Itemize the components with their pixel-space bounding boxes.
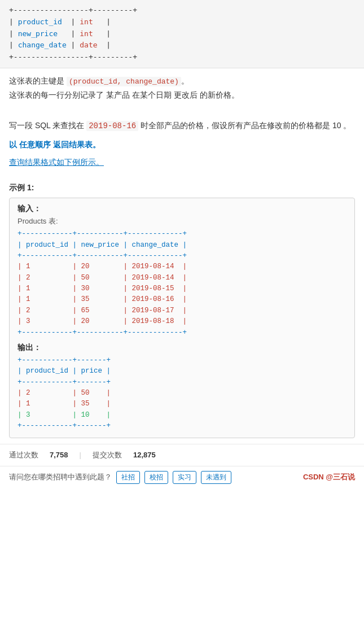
output-label: 输出： xyxy=(17,343,347,353)
input-sep3: +------------+-----------+-------------+ xyxy=(17,329,187,337)
input-row-2: | 2 | 50 | 2019-08-14 | xyxy=(17,274,187,282)
description-line1: 这张表的主键是 (product_id, change_date)。 xyxy=(9,74,355,88)
page-container: +-----------------+---------+ | product_… xyxy=(0,0,364,488)
input-row-6: | 3 | 20 | 2019-08-18 | xyxy=(17,317,187,325)
problem-link[interactable]: 查询结果格式如下例所示。 xyxy=(9,158,104,167)
input-table: +------------+-----------+-------------+… xyxy=(17,229,347,338)
problem-line3: 查询结果格式如下例所示。 xyxy=(9,155,355,169)
btn-not-encountered[interactable]: 未遇到 xyxy=(201,471,231,484)
input-header: | product_id | new_price | change_date | xyxy=(17,241,187,249)
input-row-3: | 1 | 30 | 2019-08-15 | xyxy=(17,285,187,293)
input-row-4: | 1 | 35 | 2019-08-16 | xyxy=(17,295,187,303)
description-line2: 这张表的每一行分别记录了 某产品 在某个日期 更改后 的新价格。 xyxy=(9,88,355,102)
btn-campus-recruit[interactable]: 校招 xyxy=(144,471,168,484)
footer-recruit: 请问您在哪类招聘中遇到此题？ 社招 校招 实习 未遇到 CSDN @三石说 xyxy=(0,466,364,488)
input-sep1: +------------+-----------+-------------+ xyxy=(17,230,187,238)
pass-label: 通过次数 xyxy=(9,450,38,460)
description-block: 这张表的主键是 (product_id, change_date)。 这张表的每… xyxy=(0,68,364,108)
btn-internship[interactable]: 实习 xyxy=(173,471,196,484)
schema-row-3: | change_date | date | xyxy=(9,40,355,51)
problem-block: 写一段 SQL 来查找在 2019-08-16 时全部产品的价格，假设所有产品在… xyxy=(0,113,364,173)
example-box: 输入： Products 表: +------------+----------… xyxy=(9,198,355,438)
input-label: 输入： xyxy=(17,204,347,214)
output-sep3: +------------+-------+ xyxy=(17,422,111,430)
table-name: Products 表: xyxy=(17,216,347,226)
footer-stats: 通过次数 7,758 | 提交次数 12,875 xyxy=(0,444,364,466)
output-sep2: +------------+-------+ xyxy=(17,378,111,386)
pass-value: 7,758 xyxy=(50,451,68,459)
input-row-1: | 1 | 20 | 2019-08-14 | xyxy=(17,263,187,270)
schema-separator-top: +-----------------+---------+ xyxy=(9,5,355,16)
schema-row-1: | product_id | int | xyxy=(9,16,355,28)
problem-line2: 以 任意顺序 返回结果表。 xyxy=(9,138,355,152)
output-header: | product_id | price | xyxy=(17,367,111,375)
schema-row-2: | new_price | int | xyxy=(9,28,355,40)
example-title: 示例 1: xyxy=(9,183,355,193)
schema-separator-bottom: +-----------------+---------+ xyxy=(9,51,355,63)
problem-line1: 写一段 SQL 来查找在 2019-08-16 时全部产品的价格，假设所有产品在… xyxy=(9,119,355,133)
input-sep2: +------------+-----------+-------------+ xyxy=(17,252,187,260)
output-table: +------------+-------+ | product_id | pr… xyxy=(17,355,347,432)
output-row-1: | 2 | 50 | xyxy=(17,389,111,397)
csdn-logo: CSDN @三石说 xyxy=(303,472,355,482)
submit-value: 12,875 xyxy=(133,451,156,459)
btn-social-recruit[interactable]: 社招 xyxy=(116,471,140,484)
output-sep1: +------------+-------+ xyxy=(17,356,111,364)
primary-key-code: (product_id, change_date) xyxy=(67,77,181,86)
output-row-2: | 1 | 35 | xyxy=(17,400,111,408)
problem-date: 2019-08-16 xyxy=(86,121,138,131)
example-section: 示例 1: 输入： Products 表: +------------+----… xyxy=(0,177,364,443)
problem-blue-text: 以 任意顺序 返回结果表。 xyxy=(9,140,100,149)
recruit-question: 请问您在哪类招聘中遇到此题？ xyxy=(9,472,112,482)
input-row-5: | 2 | 65 | 2019-08-17 | xyxy=(17,307,187,315)
submit-label: 提交次数 xyxy=(93,450,122,460)
output-row-3: | 3 | 10 | xyxy=(17,411,111,419)
schema-block: +-----------------+---------+ | product_… xyxy=(0,0,364,68)
